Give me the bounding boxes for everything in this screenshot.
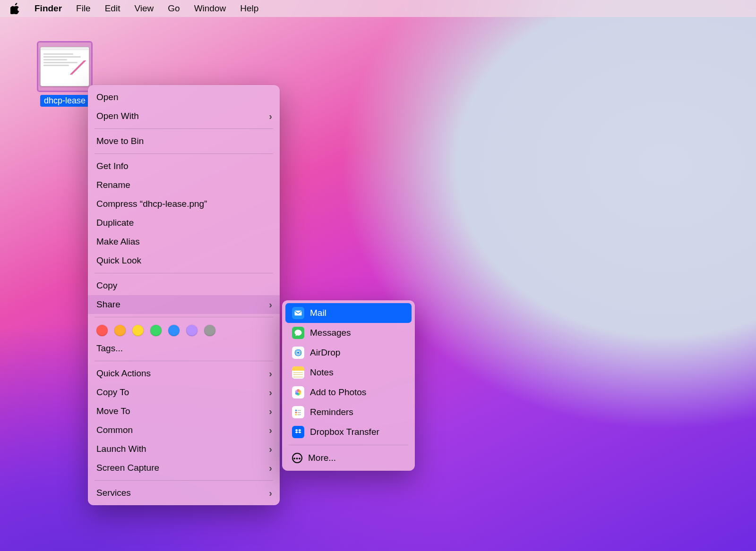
- menubar-file[interactable]: File: [76, 3, 91, 14]
- tag-gray[interactable]: [204, 325, 215, 336]
- tag-red[interactable]: [96, 325, 108, 336]
- menu-quick-actions[interactable]: Quick Actions›: [88, 364, 280, 383]
- share-messages[interactable]: Messages: [285, 323, 412, 343]
- chevron-right-icon: ›: [269, 387, 272, 398]
- menu-duplicate[interactable]: Duplicate: [88, 213, 280, 232]
- dropbox-app-icon: [292, 426, 304, 438]
- apple-logo-icon[interactable]: [10, 3, 20, 14]
- share-label: AirDrop: [310, 348, 340, 358]
- share-dropbox-transfer[interactable]: Dropbox Transfer: [285, 422, 412, 442]
- share-label: Messages: [310, 328, 351, 338]
- menubar-go[interactable]: Go: [168, 3, 180, 14]
- menubar-view[interactable]: View: [134, 3, 154, 14]
- tag-purple[interactable]: [186, 325, 198, 336]
- share-label: Mail: [310, 308, 326, 318]
- chevron-right-icon: ›: [269, 444, 272, 455]
- menu-copy-to[interactable]: Copy To›: [88, 383, 280, 402]
- share-mail[interactable]: Mail: [285, 303, 412, 323]
- svg-point-10: [295, 410, 297, 411]
- svg-rect-13: [298, 412, 301, 413]
- share-airdrop[interactable]: AirDrop: [285, 343, 412, 363]
- photos-app-icon: [292, 386, 304, 398]
- tag-green[interactable]: [150, 325, 162, 336]
- share-submenu: Mail Messages AirDrop Notes Add to Photo…: [282, 300, 415, 471]
- menubar-app-name[interactable]: Finder: [34, 3, 62, 14]
- file-thumbnail: [40, 47, 89, 86]
- menu-separator: [94, 128, 273, 129]
- menu-separator: [289, 445, 408, 445]
- notes-app-icon: [292, 366, 304, 379]
- share-label: Notes: [310, 367, 334, 378]
- share-label: Add to Photos: [310, 387, 366, 398]
- tag-blue[interactable]: [168, 325, 180, 336]
- menu-get-info[interactable]: Get Info: [88, 157, 280, 176]
- menubar: Finder File Edit View Go Window Help: [0, 0, 756, 17]
- tag-orange[interactable]: [114, 325, 126, 336]
- context-menu: Open Open With› Move to Bin Get Info Ren…: [88, 85, 280, 505]
- menu-make-alias[interactable]: Make Alias: [88, 232, 280, 251]
- svg-rect-15: [298, 415, 301, 415]
- menubar-help[interactable]: Help: [240, 3, 258, 14]
- chevron-right-icon: ›: [269, 368, 272, 379]
- menu-compress[interactable]: Compress “dhcp-lease.png”: [88, 195, 280, 213]
- share-add-to-photos[interactable]: Add to Photos: [285, 382, 412, 402]
- airdrop-app-icon: [292, 347, 304, 359]
- chevron-right-icon: ›: [269, 299, 272, 310]
- menu-tags[interactable]: Tags...: [88, 339, 280, 358]
- svg-point-12: [295, 412, 297, 413]
- reminders-app-icon: [292, 406, 304, 418]
- tag-yellow[interactable]: [132, 325, 144, 336]
- more-icon: •••: [292, 453, 302, 463]
- menu-open[interactable]: Open: [88, 88, 280, 107]
- menu-separator: [94, 361, 273, 361]
- menu-move-to[interactable]: Move To›: [88, 402, 280, 421]
- menu-separator: [94, 273, 273, 273]
- menu-copy[interactable]: Copy: [88, 276, 280, 295]
- mail-app-icon: [292, 307, 304, 319]
- file-thumbnail-selection: [37, 41, 93, 92]
- messages-app-icon: [292, 327, 304, 339]
- menu-open-with[interactable]: Open With›: [88, 107, 280, 126]
- share-more[interactable]: ••• More...: [285, 448, 412, 468]
- menu-separator: [94, 317, 273, 317]
- menu-screen-capture[interactable]: Screen Capture›: [88, 458, 280, 477]
- menu-separator: [94, 153, 273, 154]
- menubar-edit[interactable]: Edit: [105, 3, 120, 14]
- menu-common[interactable]: Common›: [88, 421, 280, 440]
- menu-separator: [94, 480, 273, 481]
- share-label: Reminders: [310, 407, 353, 417]
- menu-quick-look[interactable]: Quick Look: [88, 251, 280, 270]
- tag-color-row: [88, 320, 280, 339]
- desktop-file-dhcp-lease[interactable]: dhcp-lease: [34, 41, 95, 107]
- menu-services[interactable]: Services›: [88, 483, 280, 502]
- chevron-right-icon: ›: [269, 425, 272, 436]
- svg-point-1: [297, 352, 300, 354]
- share-label: More...: [308, 453, 336, 463]
- svg-point-9: [295, 390, 298, 393]
- share-label: Dropbox Transfer: [310, 427, 379, 437]
- chevron-right-icon: ›: [269, 463, 272, 474]
- chevron-right-icon: ›: [269, 111, 272, 122]
- svg-rect-11: [298, 410, 301, 411]
- chevron-right-icon: ›: [269, 488, 272, 499]
- share-notes[interactable]: Notes: [285, 363, 412, 382]
- svg-point-14: [295, 414, 297, 415]
- menu-share[interactable]: Share›: [88, 295, 280, 314]
- menubar-window[interactable]: Window: [194, 3, 226, 14]
- menu-rename[interactable]: Rename: [88, 176, 280, 195]
- file-label: dhcp-lease: [40, 95, 89, 107]
- menu-move-to-bin[interactable]: Move to Bin: [88, 132, 280, 151]
- share-reminders[interactable]: Reminders: [285, 402, 412, 422]
- menu-launch-with[interactable]: Launch With›: [88, 440, 280, 458]
- chevron-right-icon: ›: [269, 406, 272, 417]
